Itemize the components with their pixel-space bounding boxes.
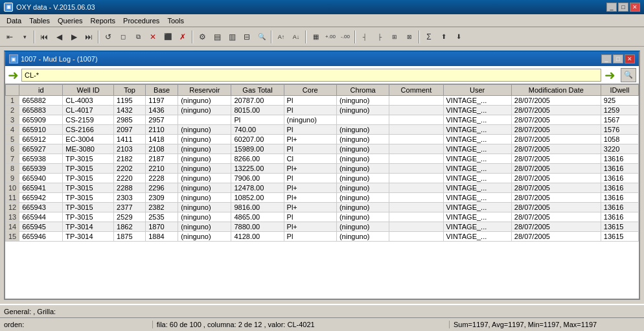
toolbar-settings[interactable]: ⚙ — [195, 30, 209, 44]
toolbar-export[interactable]: ⬆ — [437, 30, 451, 44]
toolbar-sep-1 — [34, 30, 35, 43]
toolbar-sum[interactable]: Σ — [422, 30, 436, 44]
toolbar-sort-asc[interactable]: A↑ — [274, 30, 288, 44]
toolbar-new[interactable]: ◻ — [116, 30, 130, 44]
toolbar-grid[interactable]: ▦ — [308, 30, 323, 44]
toolbar-col2[interactable]: ├ — [373, 30, 387, 44]
cell-4-6: 60207.00 — [231, 135, 284, 144]
toolbar-first[interactable]: ⇤ — [3, 30, 17, 44]
table-row[interactable]: 2665883CL-401714321436(ninguno)8015.00Pl… — [6, 106, 639, 115]
menu-item-tools[interactable]: Tools — [163, 16, 188, 25]
menu-item-reports[interactable]: Reports — [87, 16, 120, 25]
col-header-4: Base — [146, 85, 178, 96]
inner-close-button[interactable]: ✕ — [625, 54, 635, 63]
cell-6-5: (ninguno) — [178, 154, 231, 164]
cell-5-4: 2108 — [146, 144, 178, 154]
table-row[interactable]: 8665939TP-301522022210(ninguno)13225.00P… — [6, 164, 639, 174]
col-header-3: Top — [114, 85, 146, 96]
cell-11-1: 665943 — [19, 203, 63, 212]
toolbar-filter[interactable]: ▤ — [210, 30, 224, 44]
close-button[interactable]: ✕ — [630, 3, 640, 12]
col-header-12: IDwell — [601, 85, 638, 96]
cell-4-2: EC-3004 — [63, 135, 114, 144]
table-row[interactable]: 10665941TP-301522882296(ninguno)12478.00… — [6, 183, 639, 193]
cell-12-9 — [389, 212, 443, 222]
table-container[interactable]: idWell IDTopBaseReservoirGas TotalCoreCh… — [5, 84, 639, 299]
title-bar-left: ▣ OXY data - V.2015.06.03 — [4, 3, 95, 12]
toolbar-decimal-dec[interactable]: -.00 — [338, 30, 352, 44]
table-row[interactable]: 11665942TP-301523032309(ninguno)10852.00… — [6, 193, 639, 203]
cell-3-2: CS-2166 — [63, 125, 114, 135]
cell-6-7: Cl — [284, 154, 336, 164]
table-row[interactable]: 12665943TP-301523772382(ninguno)9816.00P… — [6, 203, 639, 212]
toolbar-import[interactable]: ⬇ — [452, 30, 466, 44]
cell-12-3: 2529 — [114, 212, 146, 222]
cell-6-2: TP-3015 — [63, 154, 114, 164]
toolbar-next[interactable]: ▶ — [67, 30, 81, 44]
toolbar-last[interactable]: ⏭ — [82, 30, 96, 44]
toolbar-cancel[interactable]: ✗ — [176, 30, 190, 44]
minimize-button[interactable]: _ — [606, 3, 617, 12]
cell-4-12: 1058 — [601, 135, 638, 144]
cell-12-4: 2535 — [146, 212, 178, 222]
cell-11-2: TP-3015 — [63, 203, 114, 212]
inner-minimize-button[interactable]: _ — [601, 54, 612, 63]
cell-11-9 — [389, 203, 443, 212]
cell-7-5: (ninguno) — [178, 164, 231, 174]
col-header-2: Well ID — [63, 85, 114, 96]
menu-item-queries[interactable]: Queries — [54, 16, 87, 25]
toolbar-copy[interactable]: ⧉ — [131, 30, 145, 44]
cell-11-6: 9816.00 — [231, 203, 284, 212]
cell-11-12: 13616 — [601, 203, 638, 212]
inner-maximize-button[interactable]: □ — [613, 54, 623, 63]
table-row[interactable]: 5665912EC-300414111418(ninguno)60207.00P… — [6, 135, 639, 144]
menu-item-data[interactable]: Data — [3, 16, 25, 25]
toolbar-filter2[interactable]: ▥ — [225, 30, 239, 44]
table-row[interactable]: 6665927ME-308021032108(ninguno)15989.00P… — [6, 144, 639, 154]
cell-5-0: 6 — [6, 144, 19, 154]
cell-12-11: 28/07/2005 — [511, 212, 601, 222]
toolbar-col1[interactable]: ┤ — [358, 30, 372, 44]
table-row[interactable]: 9665940TP-301522202228(ninguno)7906.00Pl… — [6, 174, 639, 183]
cell-5-10: VINTAGE_... — [443, 144, 511, 154]
cell-10-2: TP-3015 — [63, 193, 114, 203]
cell-5-11: 28/07/2005 — [511, 144, 601, 154]
cell-4-3: 1411 — [114, 135, 146, 144]
toolbar-block[interactable]: ⬛ — [161, 30, 175, 44]
inner-window-title: 1007 - Mud Log - (1007) — [21, 55, 98, 63]
cell-4-7: Pl+ — [284, 135, 336, 144]
toolbar-zoom[interactable]: 🔍 — [255, 30, 269, 44]
menu-item-procedures[interactable]: Procedures — [119, 16, 163, 25]
maximize-button[interactable]: □ — [618, 3, 628, 12]
table-row[interactable]: 4665910CS-216620972110(ninguno)740.00Pl(… — [6, 125, 639, 135]
cell-3-3: 2097 — [114, 125, 146, 135]
cell-12-12: 13616 — [601, 212, 638, 222]
cell-13-0: 14 — [6, 222, 19, 232]
table-row[interactable]: 3665909CS-215929852957Pl(ninguno)VINTAGE… — [6, 115, 639, 125]
toolbar-refresh[interactable]: ↺ — [101, 30, 115, 44]
cell-7-10: VINTAGE_... — [443, 164, 511, 174]
cell-11-10: VINTAGE_... — [443, 203, 511, 212]
toolbar-prev[interactable]: ◀ — [52, 30, 66, 44]
cell-2-4: 2957 — [146, 115, 178, 125]
search-button[interactable]: 🔍 — [621, 68, 636, 82]
menu-item-tables[interactable]: Tables — [25, 16, 54, 25]
toolbar-decimal-inc[interactable]: +.00 — [323, 30, 338, 44]
table-row[interactable]: 7665938TP-301521822187(ninguno)8266.00Cl… — [6, 154, 639, 164]
search-input[interactable] — [21, 69, 601, 82]
cell-10-12: 13616 — [601, 193, 638, 203]
toolbar-prev-prev[interactable]: ⏮ — [37, 30, 51, 44]
col-header-6: Gas Total — [231, 85, 284, 96]
table-row[interactable]: 13665944TP-301525292535(ninguno)4865.00P… — [6, 212, 639, 222]
toolbar-filter3[interactable]: ⊟ — [240, 30, 254, 44]
cell-3-11: 28/07/2005 — [511, 125, 601, 135]
table-row[interactable]: 15665946TP-301418751884(ninguno)4128.00P… — [6, 232, 639, 242]
table-row[interactable]: 14665945TP-301418621870(ninguno)7880.00P… — [6, 222, 639, 232]
cell-8-11: 28/07/2005 — [511, 174, 601, 183]
toolbar-cols2[interactable]: ⊠ — [402, 30, 417, 44]
toolbar-sort-desc[interactable]: A↓ — [289, 30, 303, 44]
toolbar-dropdown[interactable]: ▾ — [17, 30, 32, 44]
toolbar-cols[interactable]: ⊞ — [387, 30, 402, 44]
toolbar-delete[interactable]: ✕ — [146, 30, 160, 44]
table-row[interactable]: 1665882CL-400311951197(ninguno)20787.00P… — [6, 96, 639, 106]
